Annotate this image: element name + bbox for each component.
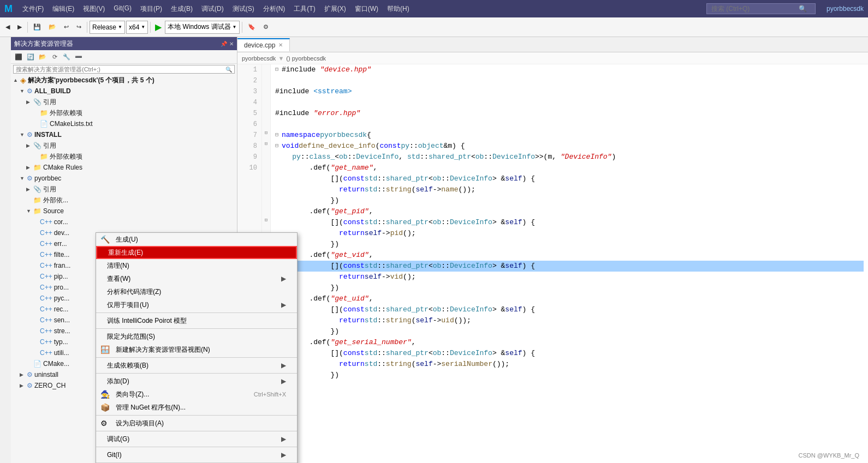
ctx-sep6 <box>96 431 297 431</box>
tree-cmake-rules[interactable]: ▶ 📁 CMake Rules <box>11 162 237 173</box>
collapse-2 <box>262 75 270 86</box>
file-icon: 📄 <box>33 360 41 368</box>
pin-icon[interactable]: 📌 <box>221 41 227 47</box>
tab-close-icon[interactable]: ✕ <box>278 42 283 48</box>
menu-edit[interactable]: 编辑(E) <box>49 3 78 15</box>
undo-btn[interactable]: ↩ <box>61 22 72 32</box>
menu-help[interactable]: 帮助(H) <box>384 3 413 15</box>
ctx-class-wizard[interactable]: 🧙 类向导(Z)... Ctrl+Shift+X <box>96 388 297 401</box>
collapse-btn[interactable]: ⊟ <box>275 64 282 75</box>
bookmark-btn[interactable]: 🔖 <box>245 22 259 32</box>
collapse-15-btn[interactable]: ⊟ <box>262 217 270 228</box>
tree-ref1[interactable]: ▶ 📎 引用 <box>11 97 237 107</box>
expand-icon: ▶ <box>20 372 25 377</box>
ctx-new-view[interactable]: 🪟 新建解决方案资源管理器视图(N) <box>96 343 297 356</box>
tree-cmake1[interactable]: 📄 CMakeLists.txt <box>11 118 237 129</box>
ctx-analyze[interactable]: 分析和代码清理(Z) <box>96 285 297 298</box>
minus-btn[interactable]: ➖ <box>73 51 84 62</box>
ctx-sep3 <box>96 357 297 358</box>
ref-label: 引用 <box>43 98 56 107</box>
ctx-build-deps[interactable]: 生成依赖项(B) ▶ <box>96 359 297 372</box>
code-line-21: }) <box>275 282 864 293</box>
title-search-input[interactable] <box>711 5 799 13</box>
menu-extensions[interactable]: 扩展(X) <box>321 3 349 15</box>
tree-solution-root[interactable]: ▲ ◈ 解决方案'pyorbbecsdk'(5 个项目，共 5 个) <box>11 75 237 86</box>
code-line-12: return std::string(self->name()); <box>275 184 864 195</box>
line-num-8: 8 <box>242 141 257 152</box>
ctx-clean[interactable]: 清理(N) <box>96 259 297 272</box>
ctx-git[interactable]: Git(I) ▶ <box>96 448 297 461</box>
menu-project[interactable]: 项目(P) <box>137 3 165 15</box>
tree-pyorbbec[interactable]: ▼ ⚙ pyorbbec <box>11 173 237 184</box>
solution-search-input[interactable] <box>16 66 225 73</box>
tree-ext-dep2[interactable]: 📁 外部依赖项 <box>11 151 237 162</box>
code-editor[interactable]: ⊟#include "device.hpp" #include <sstream… <box>271 64 868 463</box>
collapse-7-btn[interactable]: ⊟ <box>262 130 270 141</box>
save-btn[interactable]: 💾 <box>30 22 44 32</box>
code-line-4 <box>275 97 864 108</box>
tab-device-cpp[interactable]: device.cpp ✕ <box>237 38 290 51</box>
solution-search-box[interactable]: 🔍 <box>13 65 235 74</box>
back-btn[interactable]: ◀ <box>2 22 13 32</box>
title-search-box[interactable]: 🔍 <box>706 3 816 14</box>
ctx-debug[interactable]: 调试(G) ▶ <box>96 432 297 446</box>
cmake2-label: CMake... <box>43 360 69 368</box>
ctx-add[interactable]: 添加(D) ▶ <box>96 375 297 388</box>
ctx-rebuild[interactable]: 重新生成(E) <box>96 246 297 259</box>
menu-view[interactable]: 视图(V) <box>80 3 108 15</box>
menu-window[interactable]: 窗口(W) <box>352 3 382 15</box>
ctx-startup[interactable]: ⚙ 设为启动项目(A) <box>96 417 297 430</box>
open-btn[interactable]: 📂 <box>45 22 60 32</box>
code-line-11: [](const std::shared_ptr<ob::DeviceInfo>… <box>275 173 864 184</box>
collapse-btn-8[interactable]: ⊟ <box>275 141 282 152</box>
ref3-label: 引用 <box>43 185 56 194</box>
menu-tools[interactable]: 工具(T) <box>290 3 318 15</box>
close-icon[interactable]: ✕ <box>229 41 234 47</box>
platform-dropdown[interactable]: x64 ▼ <box>126 21 148 34</box>
expand-icon: ▶ <box>26 143 32 148</box>
settings-btn[interactable]: ⚙ <box>260 22 272 32</box>
menu-test[interactable]: 测试(S) <box>229 3 258 15</box>
ctx-nuget[interactable]: 📦 管理 NuGet 程序包(N)... <box>96 401 297 414</box>
collapse-8-btn[interactable]: ⊟ <box>262 141 270 152</box>
pro-label: pro... <box>54 284 69 291</box>
collapse-all-btn[interactable]: ⬛ <box>13 51 24 62</box>
line-num-14 <box>242 206 257 217</box>
redo-btn[interactable]: ↪ <box>73 22 85 32</box>
editor-content[interactable]: 1 2 3 4 5 6 7 8 9 10 <box>237 64 868 463</box>
cpp-icon: C++ <box>40 262 52 269</box>
menu-file[interactable]: 文件(F) <box>19 3 47 15</box>
ctx-train[interactable]: 训练 IntelliCode Poirot 模型 <box>96 314 297 327</box>
ctx-view[interactable]: 查看(W) ▶ <box>96 272 297 285</box>
tab-label: device.cpp <box>244 41 275 49</box>
tree-source[interactable]: ▼ 📁 Source <box>11 206 237 217</box>
ctx-scope[interactable]: 限定为此范围(S) <box>96 330 297 343</box>
tree-ext-dep1[interactable]: 📁 外部依赖项 <box>11 107 237 118</box>
filter-btn[interactable]: 🔧 <box>61 51 72 62</box>
tree-allbuild[interactable]: ▼ ⚙ ALL_BUILD <box>11 86 237 97</box>
tree-cor[interactable]: C++ cor... <box>11 217 237 227</box>
main-layout: 解决方案资源管理器 📌 ✕ ⬛ 🔄 📂 ⟳ 🔧 ➖ 🔍 ▲ ◈ 解决方案'pyo… <box>11 37 868 463</box>
editor-area: device.cpp ✕ pyorbbecsdk ▼ () pyorbbecsd… <box>237 37 868 463</box>
collapse-btn-7[interactable]: ⊟ <box>275 130 282 141</box>
sync-btn[interactable]: ⟳ <box>49 51 60 62</box>
project-icon: ⚙ <box>27 175 33 182</box>
refresh-btn[interactable]: 🔄 <box>25 51 36 62</box>
ctx-build[interactable]: 🔨 生成(U) <box>96 233 297 246</box>
menu-analyze[interactable]: 分析(N) <box>260 3 289 15</box>
ctx-project-only[interactable]: 仅用于项目(U) ▶ <box>96 298 297 311</box>
debug-target-dropdown[interactable]: 本地 Windows 调试器 ▼ <box>165 21 239 34</box>
tree-ext-dep3[interactable]: 📁 外部依... <box>11 195 237 206</box>
menu-git[interactable]: Git(G) <box>110 3 135 15</box>
tree-ref2[interactable]: ▶ 📎 引用 <box>11 140 237 151</box>
tree-ref3[interactable]: ▶ 📎 引用 <box>11 184 237 195</box>
forward-btn[interactable]: ▶ <box>14 22 25 32</box>
panel-title: 解决方案资源管理器 <box>14 39 73 49</box>
folder-btn[interactable]: 📂 <box>37 51 48 62</box>
menu-build[interactable]: 生成(B) <box>168 3 196 15</box>
build-config-dropdown[interactable]: Release ▼ <box>90 21 125 34</box>
menu-debug[interactable]: 调试(D) <box>198 3 227 15</box>
tree-install[interactable]: ▼ ⚙ INSTALL <box>11 129 237 140</box>
play-button[interactable]: ▶ <box>153 22 164 32</box>
cpp-icon: C++ <box>40 251 52 258</box>
